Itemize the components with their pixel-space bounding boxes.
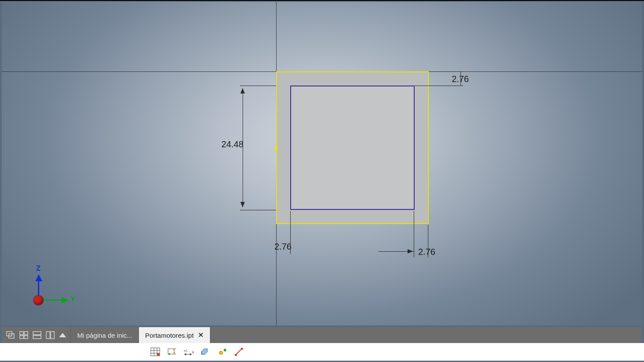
svg-rect-4 [20,336,23,339]
ucs-z-arrow-icon [35,274,42,281]
tab-close-icon[interactable]: ✕ [198,331,204,339]
dim-extension-line [414,211,414,258]
tab-active-label: Portamotores.ipt [145,332,194,339]
svg-rect-16 [168,349,174,354]
tab-home[interactable]: Mi página de inic... [71,327,139,343]
svg-rect-26 [235,354,237,356]
ucs-z-label: Z [36,265,41,272]
snap-grid-icon[interactable] [150,347,161,357]
ucs-y-label: Y [71,295,75,303]
ucs-origin-icon [34,295,43,305]
layout-side-by-side-icon[interactable] [46,331,55,339]
svg-rect-2 [20,332,23,335]
show-all-icon[interactable] [217,347,228,357]
dim-offset-bottom-left-value[interactable]: 2.76 [274,242,292,252]
svg-point-17 [168,353,170,355]
layout-cascade-icon[interactable] [6,331,15,339]
show-constraints-icon[interactable] [234,347,244,357]
layout-grid-icon[interactable] [19,331,28,339]
svg-text:+/-: +/- [183,349,188,353]
dim-extension-line [240,210,276,210]
dimension-display-icon[interactable]: +/- [183,347,194,357]
ucs-z-axis [38,280,39,295]
dim-offset-top-right-value[interactable]: 2.76 [452,74,469,84]
app-root: 24.48 2.76 2.76 2.76 Z Y [0,0,644,362]
svg-marker-20 [184,353,186,356]
dim-offset-bottom-right-value[interactable]: 2.76 [418,247,435,257]
svg-line-25 [236,349,242,355]
svg-point-15 [157,353,160,356]
svg-rect-3 [24,332,28,335]
dim-arrowhead-icon [240,202,245,207]
tab-active-document[interactable]: Portamotores.ipt ✕ [139,327,210,343]
viewport-3d[interactable]: 24.48 2.76 2.76 2.76 Z Y [2,2,642,325]
constraints-toggle-icon[interactable] [167,347,177,357]
svg-rect-27 [241,348,243,350]
dim-arrowhead-icon [240,88,245,93]
status-bar: +/- [0,343,644,361]
dim-height-value[interactable]: 24.48 [221,139,243,149]
ucs-y-axis [43,299,63,301]
svg-rect-9 [51,332,54,339]
ucs-y-arrow-icon [62,297,69,304]
sketch-inner-rectangle[interactable] [290,86,415,210]
ucs-triad[interactable]: Z Y [28,265,81,309]
slice-graphics-icon[interactable] [200,347,211,357]
svg-point-23 [219,351,223,355]
dim-extension-line [240,86,276,86]
svg-point-24 [224,349,226,351]
tabbar-layout-controls [2,327,71,343]
svg-marker-22 [192,351,194,354]
dim-extension-line [415,86,463,86]
svg-rect-8 [46,332,50,339]
tab-home-label: Mi página de inic... [77,332,132,339]
dim-extension-line [429,71,463,72]
dim-arrowhead-icon [408,249,413,254]
svg-rect-7 [33,336,41,339]
svg-marker-21 [190,353,192,356]
svg-rect-6 [33,332,41,335]
document-tabbar: Mi página de inic... Portamotores.ipt ✕ [2,327,642,343]
layout-stacked-icon[interactable] [33,331,41,339]
tabbar-expand-icon[interactable] [59,333,66,337]
sketch-midpoint-handle[interactable] [275,146,277,151]
svg-rect-5 [24,336,28,339]
